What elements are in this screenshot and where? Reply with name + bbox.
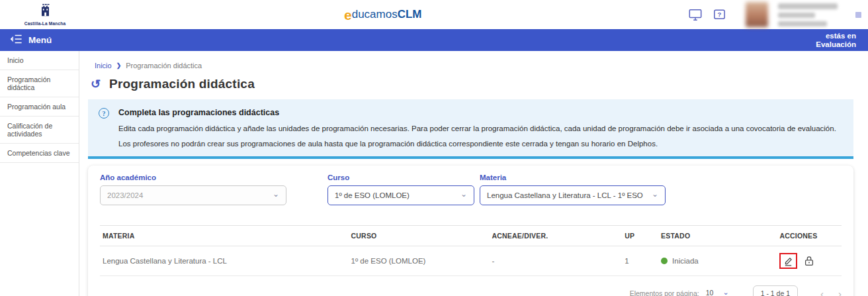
monitor-icon[interactable] [688, 7, 703, 22]
page-title: Programación didáctica [109, 77, 255, 91]
col-acciones: ACCIONES [777, 226, 842, 246]
chevron-down-icon: ⌄ [722, 288, 728, 296]
chevron-down-icon: ⌄ [460, 189, 467, 199]
context-line1: estás en [816, 32, 856, 40]
cell-acciones [777, 246, 842, 276]
pagination: Elementos por página: 10 ⌄ 1 - 1 de 1 ‹ … [100, 285, 842, 296]
user-avatar[interactable] [746, 2, 768, 27]
status-dot-green [661, 258, 668, 264]
header-actions: ? [688, 0, 861, 29]
curso-select[interactable]: 1º de ESO (LOMLOE) ⌄ [327, 185, 474, 205]
anio-academico-select[interactable]: 2023/2024 ⌄ [100, 185, 286, 205]
logo-clm: CLM [398, 8, 422, 21]
page-range-badge: 1 - 1 de 1 [753, 285, 798, 296]
curso-label: Curso [327, 173, 474, 181]
status-label: Iniciada [672, 257, 699, 265]
svg-text:?: ? [718, 11, 722, 18]
info-banner-line1: Edita cada programación didáctica y añad… [118, 124, 843, 132]
edit-pencil-icon[interactable] [783, 256, 794, 267]
col-acneae: ACNEAE/DIVER. [490, 226, 623, 246]
info-icon: ? [99, 108, 109, 119]
menu-button[interactable]: Menú [9, 33, 52, 48]
materia-value: Lengua Castellana y Literatura - LCL - 1… [487, 191, 643, 199]
field-curso: Curso 1º de ESO (LOMLOE) ⌄ [327, 173, 474, 205]
help-chat-icon[interactable]: ? [713, 8, 726, 22]
logo-text: ducamos [352, 8, 398, 21]
main-content: Inicio ❯ Programación didáctica ↺ Progra… [79, 51, 868, 296]
logo-letter-e: e [344, 8, 352, 22]
brand-name: Castilla-La Mancha [24, 21, 65, 26]
col-materia: MATERIA [100, 226, 349, 246]
info-banner-line2: Los profesores no podrán crear sus progr… [118, 140, 843, 148]
context-indicator: estás en Evaluación [816, 32, 856, 49]
cell-materia: Lengua Castellana y Literatura - LCL [100, 246, 349, 276]
jccm-logo: Castilla-La Mancha [15, 3, 75, 26]
top-header: Castilla-La Mancha educamosCLM ? [0, 0, 868, 29]
anio-academico-label: Año académico [100, 173, 286, 181]
col-up: UP [622, 226, 658, 246]
info-banner: ? Completa las programaciones didácticas… [88, 99, 853, 159]
field-materia: Materia Lengua Castellana y Literatura -… [480, 173, 666, 205]
context-line2: Evaluación [816, 40, 856, 49]
sidebar-item-programacion-didactica[interactable]: Programación didáctica [0, 70, 79, 97]
menu-collapse-icon [9, 33, 22, 48]
chevron-down-icon: ⌄ [652, 189, 658, 199]
page-size-value: 10 [706, 289, 714, 296]
table-header-row: MATERIA CURSO ACNEAE/DIVER. UP ESTADO AC… [100, 226, 842, 246]
materia-label: Materia [480, 173, 666, 181]
sidebar-item-calificacion-actividades[interactable]: Calificación de actividades [0, 117, 79, 144]
back-undo-icon[interactable]: ↺ [91, 78, 101, 90]
menubar: Menú estás en Evaluación [0, 29, 868, 51]
title-row: ↺ Programación didáctica [91, 77, 853, 91]
mini-square-icon [855, 12, 861, 18]
curso-value: 1º de ESO (LOMLOE) [335, 191, 410, 199]
sidebar: Inicio Programación didáctica Programaci… [0, 51, 79, 296]
page-size-select[interactable]: 10 ⌄ [705, 288, 730, 296]
user-name-blurred [778, 3, 839, 26]
items-per-page-label: Elementos por página: [630, 289, 699, 296]
materia-select[interactable]: Lengua Castellana y Literatura - LCL - 1… [480, 185, 666, 205]
chevron-right-icon: ❯ [116, 62, 122, 69]
content-card: Año académico 2023/2024 ⌄ Curso 1º de ES… [88, 166, 853, 296]
breadcrumb-current: Programación didáctica [126, 62, 202, 70]
educamosclm-logo: educamosCLM [344, 0, 422, 29]
cell-up: 1 [622, 246, 658, 276]
info-banner-title: Completa las programaciones didácticas [118, 108, 843, 117]
col-estado: ESTADO [658, 226, 777, 246]
col-curso: CURSO [349, 226, 490, 246]
filters: Año académico 2023/2024 ⌄ Curso 1º de ES… [100, 173, 842, 205]
field-anio-academico: Año académico 2023/2024 ⌄ [100, 173, 286, 205]
anio-academico-value: 2023/2024 [107, 191, 143, 199]
cell-estado: Iniciada [658, 246, 777, 276]
prev-page-icon[interactable]: ‹ [820, 288, 824, 296]
cell-curso: 1º de ESO (LOMLOE) [349, 246, 490, 276]
castle-emblem-icon [39, 3, 52, 21]
table-row: Lengua Castellana y Literatura - LCL 1º … [100, 246, 842, 276]
cell-acneae: - [490, 246, 623, 276]
breadcrumb-home-link[interactable]: Inicio [95, 62, 112, 70]
highlight-annotation-box [779, 253, 797, 269]
sidebar-item-competencias-clave[interactable]: Competencias clave [0, 144, 79, 163]
next-page-icon[interactable]: › [838, 288, 842, 296]
body: Inicio Programación didáctica Programaci… [0, 51, 868, 296]
sidebar-item-programacion-aula[interactable]: Programación aula [0, 97, 79, 117]
breadcrumb: Inicio ❯ Programación didáctica [95, 62, 853, 70]
menu-label: Menú [28, 35, 52, 45]
chevron-down-icon: ⌄ [273, 189, 279, 199]
programaciones-table: MATERIA CURSO ACNEAE/DIVER. UP ESTADO AC… [100, 225, 842, 276]
lock-icon[interactable] [803, 255, 815, 267]
sidebar-item-inicio[interactable]: Inicio [0, 51, 79, 70]
